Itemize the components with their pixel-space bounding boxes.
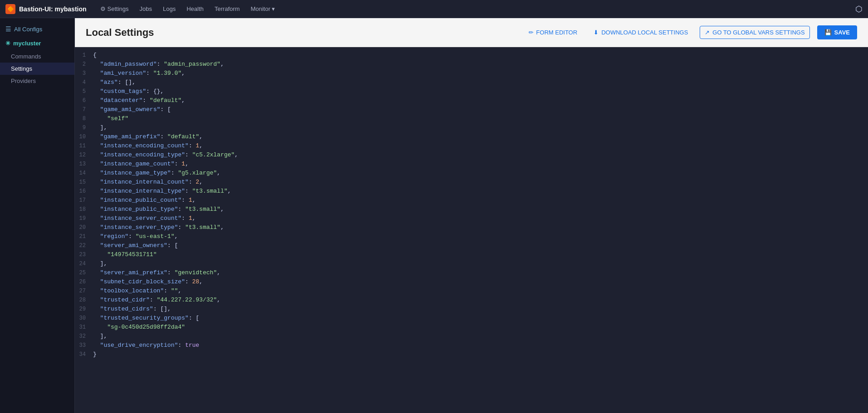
line-content: "instance_public_type": "t3.small",	[93, 205, 224, 214]
line-number: 14	[75, 169, 93, 177]
header-actions: ✏ FORM EDITOR ⬇ DOWNLOAD LOCAL SETTINGS …	[524, 25, 857, 39]
line-content: "instance_game_count": 1,	[93, 160, 189, 169]
nav-right: ⬡	[855, 4, 863, 14]
page-title: Local Settings	[86, 27, 524, 39]
main-layout: ☰ All Configs ✳ mycluster Commands Setti…	[0, 18, 868, 413]
code-line: 14 "instance_game_type": "g5.xlarge",	[75, 169, 868, 178]
save-button[interactable]: 💾 SAVE	[817, 25, 857, 39]
line-content: "instance_internal_type": "t3.small",	[93, 187, 231, 196]
code-line: 23 "149754531711"	[75, 250, 868, 259]
code-line: 8 "self"	[75, 114, 868, 123]
line-number: 26	[75, 277, 93, 286]
line-content: "region": "us-east-1",	[93, 232, 178, 241]
download-button[interactable]: ⬇ DOWNLOAD LOCAL SETTINGS	[589, 26, 692, 39]
nav-logs[interactable]: Logs	[158, 4, 180, 14]
line-content: "server_ami_owners": [	[93, 241, 178, 250]
line-content: "149754531711"	[93, 250, 157, 259]
line-number: 24	[75, 259, 93, 268]
code-line: 18 "instance_public_type": "t3.small",	[75, 205, 868, 214]
line-content: "subnet_cidr_block_size": 28,	[93, 277, 203, 287]
line-number: 7	[75, 105, 93, 114]
sidebar-all-configs[interactable]: ☰ All Configs	[0, 22, 74, 36]
code-line: 29 "trusted_cidrs": [],	[75, 305, 868, 314]
line-number: 22	[75, 241, 93, 250]
line-number: 2	[75, 60, 93, 68]
line-content: "self"	[93, 114, 128, 123]
line-number: 25	[75, 268, 93, 277]
code-line: 24 ],	[75, 259, 868, 268]
save-icon: 💾	[824, 29, 832, 36]
line-content: "custom_tags": {},	[93, 87, 164, 96]
line-content: "instance_encoding_count": 1,	[93, 141, 203, 151]
line-number: 8	[75, 114, 93, 123]
line-content: ],	[93, 259, 107, 268]
brand-title: Bastion-UI: mybastion	[19, 5, 87, 13]
line-content: }	[93, 350, 97, 359]
sidebar-cluster[interactable]: ✳ mycluster	[0, 36, 74, 50]
nav-links: Settings Jobs Logs Health Terraform Moni…	[96, 4, 855, 14]
nav-monitor[interactable]: Monitor ▾	[246, 4, 279, 14]
line-number: 9	[75, 123, 93, 132]
code-line: 10 "game_ami_prefix": "default",	[75, 132, 868, 141]
code-line: 7 "game_ami_owners": [	[75, 105, 868, 114]
code-line: 21 "region": "us-east-1",	[75, 232, 868, 241]
line-content: "use_drive_encryption": true	[93, 341, 199, 350]
line-content: "admin_password": "admin_password",	[93, 60, 224, 69]
line-content: "server_ami_prefix": "genvidtech",	[93, 268, 221, 277]
nav-health[interactable]: Health	[182, 4, 208, 14]
nav-terraform[interactable]: Terraform	[210, 4, 245, 14]
code-line: 27 "toolbox_location": "",	[75, 287, 868, 296]
code-editor[interactable]: 1{2 "admin_password": "admin_password",3…	[75, 47, 868, 413]
code-line: 17 "instance_public_count": 1,	[75, 196, 868, 205]
nav-settings[interactable]: Settings	[96, 4, 133, 14]
code-line: 25 "server_ami_prefix": "genvidtech",	[75, 268, 868, 277]
line-number: 30	[75, 314, 93, 322]
line-number: 27	[75, 287, 93, 295]
line-content: "sg-0c450d25d98ff2da4"	[93, 323, 185, 332]
brand[interactable]: 🔶 Bastion-UI: mybastion	[5, 4, 87, 14]
cluster-icon: ✳	[5, 40, 10, 47]
code-line: 33 "use_drive_encryption": true	[75, 341, 868, 350]
line-number: 21	[75, 232, 93, 241]
line-content: "instance_public_count": 1,	[93, 196, 196, 205]
line-content: "instance_encoding_type": "c5.2xlarge",	[93, 151, 238, 160]
sidebar: ☰ All Configs ✳ mycluster Commands Setti…	[0, 18, 75, 413]
line-number: 3	[75, 69, 93, 78]
line-number: 17	[75, 196, 93, 204]
code-line: 9 ],	[75, 123, 868, 132]
external-link-icon: ↗	[705, 29, 710, 36]
line-number: 31	[75, 323, 93, 331]
code-line: 32 ],	[75, 332, 868, 341]
download-icon: ⬇	[593, 29, 598, 36]
code-line: 15 "instance_internal_count": 2,	[75, 178, 868, 187]
line-number: 4	[75, 78, 93, 87]
line-content: "game_ami_prefix": "default",	[93, 132, 203, 141]
line-content: ],	[93, 332, 107, 341]
code-line: 12 "instance_encoding_type": "c5.2xlarge…	[75, 151, 868, 160]
line-number: 20	[75, 223, 93, 232]
code-line: 16 "instance_internal_type": "t3.small",	[75, 187, 868, 196]
global-vars-button[interactable]: ↗ GO TO GLOBAL VARS SETTINGS	[700, 26, 809, 39]
line-number: 11	[75, 141, 93, 150]
top-navigation: 🔶 Bastion-UI: mybastion Settings Jobs Lo…	[0, 0, 868, 18]
gear-icon	[100, 5, 106, 12]
line-number: 33	[75, 341, 93, 350]
code-line: 11 "instance_encoding_count": 1,	[75, 141, 868, 151]
chevron-down-icon: ▾	[272, 5, 275, 12]
sidebar-item-settings[interactable]: Settings	[0, 63, 74, 75]
line-number: 19	[75, 214, 93, 223]
line-content: "toolbox_location": "",	[93, 287, 181, 296]
line-number: 1	[75, 51, 93, 59]
line-number: 34	[75, 350, 93, 359]
sidebar-item-providers[interactable]: Providers	[0, 75, 74, 87]
arrow-icon: ⬡	[855, 4, 863, 14]
line-content: "instance_internal_count": 2,	[93, 178, 203, 187]
code-line: 19 "instance_server_count": 1,	[75, 214, 868, 223]
line-number: 18	[75, 205, 93, 214]
line-number: 15	[75, 178, 93, 186]
line-content: ],	[93, 123, 107, 132]
sidebar-item-commands[interactable]: Commands	[0, 50, 74, 63]
nav-jobs[interactable]: Jobs	[135, 4, 157, 14]
line-content: "ami_version": "1.39.0",	[93, 69, 185, 78]
form-editor-button[interactable]: ✏ FORM EDITOR	[524, 26, 582, 39]
